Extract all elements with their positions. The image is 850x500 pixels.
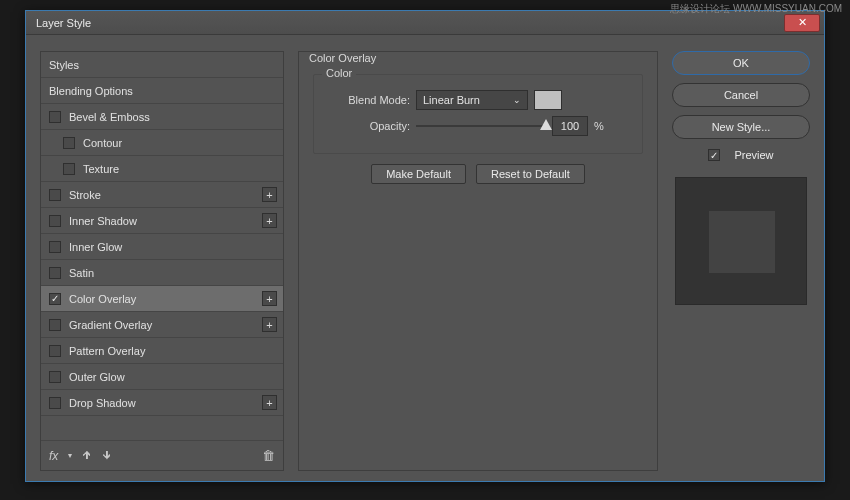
effect-label: Inner Glow xyxy=(69,241,122,253)
action-column: OK Cancel New Style... Preview xyxy=(672,51,810,471)
styles-bottom-bar: fx ▾ 🡩 🡫 🗑 xyxy=(41,440,283,470)
effect-label: Drop Shadow xyxy=(69,397,136,409)
effect-row-contour[interactable]: Contour xyxy=(41,130,283,156)
slider-thumb[interactable] xyxy=(540,119,552,130)
chevron-down-icon: ⌄ xyxy=(513,95,521,105)
preview-label: Preview xyxy=(734,149,773,161)
fx-dropdown-icon[interactable]: ▾ xyxy=(68,451,72,460)
effect-checkbox[interactable] xyxy=(49,267,61,279)
blend-mode-select[interactable]: Linear Burn ⌄ xyxy=(416,90,528,110)
styles-header-label: Styles xyxy=(49,59,79,71)
effect-label: Inner Shadow xyxy=(69,215,137,227)
styles-header[interactable]: Styles xyxy=(41,52,283,78)
add-effect-icon[interactable]: + xyxy=(262,213,277,228)
effect-checkbox[interactable] xyxy=(49,293,61,305)
effect-label: Bevel & Emboss xyxy=(69,111,150,123)
effect-checkbox[interactable] xyxy=(49,111,61,123)
close-button[interactable]: ✕ xyxy=(784,14,820,32)
effect-row-drop-shadow[interactable]: Drop Shadow+ xyxy=(41,390,283,416)
cancel-button[interactable]: Cancel xyxy=(672,83,810,107)
preview-inner xyxy=(709,211,775,273)
window-title: Layer Style xyxy=(36,17,91,29)
settings-panel: Color Overlay Color Blend Mode: Linear B… xyxy=(298,51,658,471)
effect-checkbox[interactable] xyxy=(49,319,61,331)
effect-row-color-overlay[interactable]: Color Overlay+ xyxy=(41,286,283,312)
effect-row-inner-glow[interactable]: Inner Glow xyxy=(41,234,283,260)
color-group-label: Color xyxy=(322,67,356,79)
move-down-icon[interactable]: 🡫 xyxy=(102,450,112,461)
effect-checkbox[interactable] xyxy=(63,137,75,149)
trash-icon[interactable]: 🗑 xyxy=(262,448,275,463)
effect-checkbox[interactable] xyxy=(49,241,61,253)
make-default-button[interactable]: Make Default xyxy=(371,164,466,184)
panel-title: Color Overlay xyxy=(309,52,376,64)
effect-label: Contour xyxy=(83,137,122,149)
preview-thumbnail xyxy=(675,177,807,305)
effect-row-stroke[interactable]: Stroke+ xyxy=(41,182,283,208)
preview-toggle[interactable]: Preview xyxy=(672,149,810,161)
effect-checkbox[interactable] xyxy=(49,371,61,383)
close-icon: ✕ xyxy=(798,17,807,28)
add-effect-icon[interactable]: + xyxy=(262,395,277,410)
move-up-icon[interactable]: 🡩 xyxy=(82,450,92,461)
effect-label: Satin xyxy=(69,267,94,279)
effect-row-inner-shadow[interactable]: Inner Shadow+ xyxy=(41,208,283,234)
effect-label: Gradient Overlay xyxy=(69,319,152,331)
effect-row-gradient-overlay[interactable]: Gradient Overlay+ xyxy=(41,312,283,338)
color-swatch[interactable] xyxy=(534,90,562,110)
effect-row-bevel-emboss[interactable]: Bevel & Emboss xyxy=(41,104,283,130)
blending-options-label: Blending Options xyxy=(49,85,133,97)
reset-default-button[interactable]: Reset to Default xyxy=(476,164,585,184)
effect-checkbox[interactable] xyxy=(49,215,61,227)
effect-label: Outer Glow xyxy=(69,371,125,383)
effect-label: Stroke xyxy=(69,189,101,201)
effect-checkbox[interactable] xyxy=(49,397,61,409)
effect-label: Color Overlay xyxy=(69,293,136,305)
add-effect-icon[interactable]: + xyxy=(262,291,277,306)
effect-checkbox[interactable] xyxy=(49,189,61,201)
effect-checkbox[interactable] xyxy=(63,163,75,175)
opacity-input[interactable] xyxy=(552,116,588,136)
blend-mode-value: Linear Burn xyxy=(423,94,480,106)
opacity-label: Opacity: xyxy=(326,120,410,132)
styles-panel: Styles Blending Options Bevel & EmbossCo… xyxy=(40,51,284,471)
watermark: 思缘设计论坛 WWW.MISSYUAN.COM xyxy=(670,2,842,16)
effect-row-satin[interactable]: Satin xyxy=(41,260,283,286)
effect-label: Pattern Overlay xyxy=(69,345,145,357)
opacity-slider[interactable] xyxy=(416,119,546,133)
fx-menu[interactable]: fx xyxy=(49,449,58,463)
effect-label: Texture xyxy=(83,163,119,175)
preview-checkbox[interactable] xyxy=(708,149,720,161)
layer-style-dialog: Layer Style ✕ Styles Blending Options Be… xyxy=(25,10,825,482)
add-effect-icon[interactable]: + xyxy=(262,317,277,332)
effect-row-outer-glow[interactable]: Outer Glow xyxy=(41,364,283,390)
add-effect-icon[interactable]: + xyxy=(262,187,277,202)
blending-options-header[interactable]: Blending Options xyxy=(41,78,283,104)
effect-row-texture[interactable]: Texture xyxy=(41,156,283,182)
ok-button[interactable]: OK xyxy=(672,51,810,75)
color-group: Color Blend Mode: Linear Burn ⌄ Opacity: xyxy=(313,74,643,154)
effect-checkbox[interactable] xyxy=(49,345,61,357)
new-style-button[interactable]: New Style... xyxy=(672,115,810,139)
effect-row-pattern-overlay[interactable]: Pattern Overlay xyxy=(41,338,283,364)
blend-mode-label: Blend Mode: xyxy=(326,94,410,106)
opacity-percent: % xyxy=(594,120,604,132)
